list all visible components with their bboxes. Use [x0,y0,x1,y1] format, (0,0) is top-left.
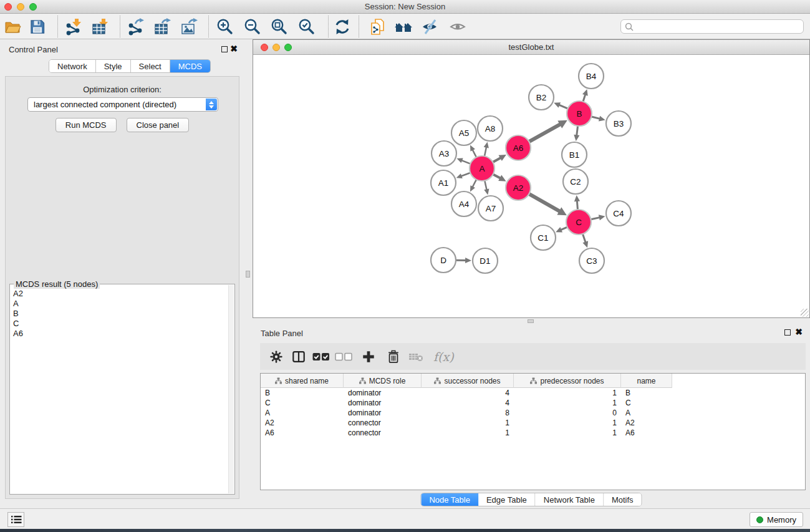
close-window-button[interactable] [4,3,12,11]
graph-node-label: A7 [486,204,496,213]
run-mcds-button[interactable]: Run MCDS [55,118,117,132]
open-session-file-button[interactable] [367,16,388,37]
toolbar-separator [208,16,209,37]
app-title: Session: New Session [0,0,810,13]
tab-network-table[interactable]: Network Table [536,493,604,506]
unchecked-boxes-icon [335,352,352,362]
session-documents-icon [369,18,387,36]
mcds-result-box: MCDS result (5 nodes) A2ABCA6 [9,284,235,495]
desktop-background-strip [0,529,810,532]
save-floppy-icon [29,19,46,35]
network-window-titlebar[interactable]: testGlobe.txt [253,40,809,55]
select-all-rows-button[interactable] [310,346,332,368]
toolbar-separator [328,16,329,37]
result-scrollbar[interactable] [228,285,234,493]
eye-icon [449,19,468,35]
table-row[interactable]: Bdominator41B [261,388,805,398]
export-image-button[interactable] [179,16,200,37]
close-network-button[interactable] [261,44,268,51]
columns-icon [292,350,306,364]
network-canvas[interactable]: AA1A2A3A4A5A6A7A8BB1B2B3B4CC1C2C3C4DD1 [253,55,809,317]
tab-style[interactable]: Style [96,60,131,72]
minimize-window-button[interactable] [17,3,24,11]
tab-network[interactable]: Network [49,60,96,72]
zoom-out-button[interactable] [242,16,263,37]
search-box[interactable] [620,19,804,34]
search-input[interactable] [636,22,803,31]
status-bar: Memory [0,508,810,529]
table-row[interactable]: A2connector11A2 [261,418,805,428]
export-network-icon [127,18,145,36]
table-row[interactable]: Cdominator41C [261,398,805,408]
task-history-button[interactable] [7,512,24,527]
network-window: testGlobe.txt AA1A2A3A4A5A6A7A8BB1B2B3B4… [253,39,810,318]
graph-node-label: C2 [570,177,581,186]
float-panel-icon[interactable] [221,46,228,52]
function-builder-button[interactable]: f(x) [433,350,454,364]
table-row[interactable]: A6connector11A6 [261,428,805,438]
refresh-view-button[interactable] [332,16,353,37]
refresh-icon [334,18,351,36]
memory-button[interactable]: Memory [750,512,803,527]
result-item[interactable]: C [12,319,227,329]
float-panel-icon[interactable] [784,329,791,336]
graph-node-label: D1 [480,256,490,266]
zoom-window-button[interactable] [29,3,37,11]
gear-icon [269,350,283,364]
tab-motifs[interactable]: Motifs [604,493,642,506]
dropdown-stepper-icon [206,99,217,110]
delete-table-button[interactable] [405,346,427,368]
export-network-button[interactable] [125,16,147,37]
mcds-panel: Optimization criterion: largest connecte… [5,76,239,499]
app-titlebar: Session: New Session [0,0,810,14]
criterion-dropdown[interactable]: largest connected component (directed) [27,97,218,112]
deselect-all-rows-button[interactable] [332,346,355,368]
column-header[interactable]: name [621,374,672,388]
tab-node-table[interactable]: Node Table [421,493,478,506]
import-table-button[interactable] [90,16,111,37]
graph-node-label: B [576,109,582,118]
create-column-button[interactable] [357,346,380,368]
close-panel-icon[interactable]: ✖ [230,43,238,54]
close-panel-button[interactable]: Close panel [127,118,190,132]
column-header[interactable]: MCDS role [344,374,422,388]
graph-node-label: C4 [613,209,624,218]
import-network-button[interactable] [63,16,84,37]
tab-edge-table[interactable]: Edge Table [478,493,536,506]
table-settings-button[interactable] [265,346,287,368]
column-header[interactable]: successor nodes [422,374,514,388]
zoom-out-icon [244,18,261,36]
show-all-button[interactable] [448,16,469,37]
zoom-selected-button[interactable] [296,16,317,37]
zoom-network-button[interactable] [284,44,292,51]
toolbar-separator [57,16,58,37]
home-view-button[interactable] [393,16,414,37]
table-row[interactable]: Adominator80A [261,408,805,418]
delete-column-button[interactable] [382,346,405,368]
hide-selected-button[interactable] [420,16,441,37]
tab-select[interactable]: Select [131,60,170,72]
table-tabs: Node Table Edge Table Network Table Moti… [420,493,642,506]
result-item[interactable]: A6 [12,329,227,339]
result-item[interactable]: B [12,309,227,319]
resize-grip[interactable] [801,309,809,317]
column-header[interactable]: predecessor nodes [514,374,621,388]
vertical-splitter[interactable] [243,39,253,508]
zoom-fit-button[interactable] [269,16,290,37]
trash-icon [387,350,400,364]
result-item[interactable]: A2 [12,289,227,299]
horizontal-splitter[interactable] [253,318,810,324]
zoom-in-button[interactable] [215,16,236,37]
show-column-button[interactable] [287,346,310,368]
splitter-handle[interactable] [528,319,534,323]
close-panel-icon[interactable]: ✖ [795,326,803,337]
save-session-button[interactable] [27,16,48,37]
splitter-handle[interactable] [246,271,250,278]
column-header[interactable]: shared name [261,374,344,388]
result-item[interactable]: A [12,299,227,309]
eye-slash-icon [421,19,440,35]
tab-mcds[interactable]: MCDS [170,60,210,72]
open-file-button[interactable] [2,16,23,37]
export-table-button[interactable] [152,16,173,37]
minimize-network-button[interactable] [272,44,280,51]
